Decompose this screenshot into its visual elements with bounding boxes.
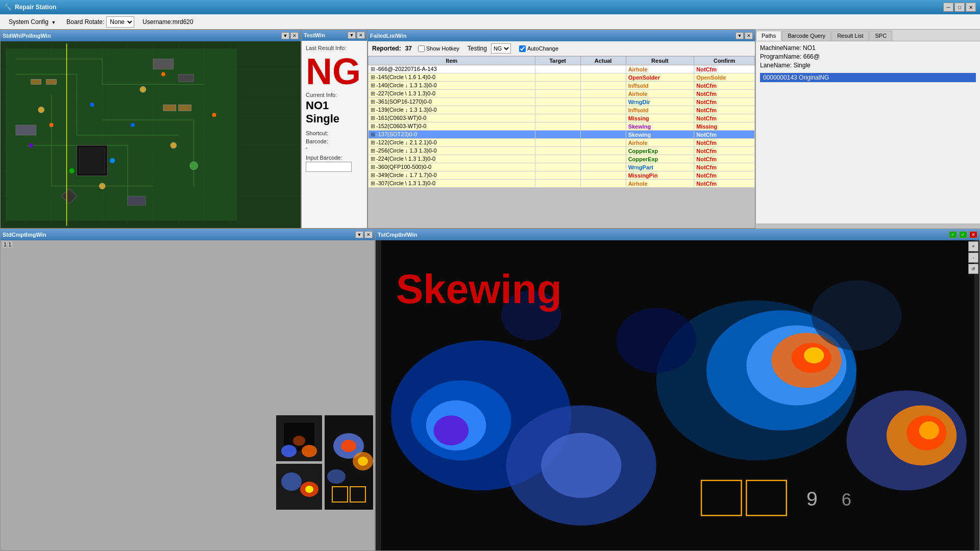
bottom-left-close[interactable]: ✕ (364, 231, 373, 238)
row-confirm: NotCfm (694, 131, 755, 139)
row-target (535, 114, 580, 122)
test-win-minimize[interactable]: ▼ (348, 32, 356, 39)
row-confirm: NotCfm (694, 90, 755, 98)
close-button[interactable]: ✕ (966, 3, 976, 12)
svg-point-29 (50, 123, 54, 127)
pcb-minimize[interactable]: ▼ (281, 32, 289, 39)
show-hotkey-checkbox[interactable] (418, 45, 425, 52)
row-target (535, 65, 580, 73)
side-btn-3[interactable]: ↺ (968, 264, 978, 274)
table-row[interactable]: ⊞-152(C0603-WT)0-0 Skewing Missing (369, 122, 755, 131)
autochange-label[interactable]: AutoChange (519, 45, 558, 52)
current-info-label: Current Info: (306, 92, 363, 98)
row-target (535, 90, 580, 98)
row-confirm: NotCfm (694, 114, 755, 122)
svg-point-76 (919, 421, 939, 439)
row-confirm: NotCfm (694, 163, 755, 171)
row-confirm: NotCfm (694, 171, 755, 180)
row-actual (580, 155, 626, 163)
row-result: CopperExp (626, 155, 694, 163)
test-win-title-bar: TestWin ▼ ✕ (302, 30, 367, 41)
failed-list-minimize[interactable]: ▼ (736, 32, 744, 39)
bottom-left-minimize[interactable]: ▼ (355, 231, 363, 238)
row-actual (580, 131, 626, 139)
svg-point-36 (110, 158, 115, 163)
svg-point-30 (90, 103, 94, 107)
autochange-checkbox[interactable] (519, 45, 526, 52)
test-win-close[interactable]: ✕ (357, 32, 365, 39)
pcb-controls: ▼ ✕ (281, 32, 299, 39)
show-hotkey-text: Show Hotkey (426, 45, 459, 52)
tab-result-list[interactable]: Result List (831, 31, 869, 41)
board-rotate-select[interactable]: None 90 180 270 (106, 16, 134, 28)
svg-point-72 (804, 347, 824, 363)
table-row[interactable]: ⊞-360(QFP100-500)0-0 WrngPart NotCfm (369, 163, 755, 171)
pcb-close[interactable]: ✕ (290, 32, 299, 39)
failed-list-close[interactable]: ✕ (745, 32, 753, 39)
side-btn-2[interactable]: - (968, 253, 978, 263)
svg-point-54 (358, 457, 368, 466)
pcb-image[interactable] (1, 41, 301, 228)
bottom-right-check1[interactable]: ✓ (949, 231, 957, 238)
svg-point-35 (69, 168, 75, 173)
failed-list-title-bar: FailedListWin ▼ ✕ (368, 30, 755, 41)
table-row[interactable]: ⊞-256(Circle ↓ 1.3 1.3)0-0 CopperExp Not… (369, 147, 755, 155)
bottom-right-check2[interactable]: ✓ (959, 231, 967, 238)
failed-table-container[interactable]: Item Target Actual Result Confirm ⊞-666@… (368, 56, 755, 199)
minimize-button[interactable]: ─ (943, 3, 953, 12)
testing-select[interactable]: NG OK (491, 43, 511, 54)
tab-spc[interactable]: SPC (869, 31, 892, 41)
program-name-label: ProgramName: (760, 53, 801, 60)
row-actual (580, 163, 626, 171)
table-row[interactable]: ⊞-140(Circle ↓ 1.3 1.3)0-0 Inffsold NotC… (369, 82, 755, 90)
row-item: ⊞-139(Circle ↓ 1.3 1.3)0-0 (369, 106, 535, 114)
table-row[interactable]: ⊞-145(Circle \ 1.6 1.4)0-0 OpenSolder Op… (369, 73, 755, 82)
maximize-button[interactable]: □ (954, 3, 965, 12)
row-result: Missing (626, 114, 694, 122)
barcode-input[interactable] (306, 162, 352, 172)
thermal-svg: 9 6 (376, 240, 979, 550)
table-row[interactable]: ⊞-224(Circle \ 1.3 1.3)0-0 CopperExp Not… (369, 155, 755, 163)
side-btn-1[interactable]: + (968, 241, 978, 252)
system-config-arrow: ▼ (51, 20, 56, 25)
svg-point-33 (29, 143, 33, 147)
svg-rect-37 (153, 59, 174, 69)
row-target (535, 131, 580, 139)
failed-list-controls: ▼ ✕ (736, 32, 753, 39)
table-row[interactable]: ⊞-666@-20220716-A-143 Airhole NotCfm (369, 65, 755, 73)
bottom-right-x[interactable]: ✕ (969, 231, 977, 238)
row-item: ⊞-137(SOT23)0-0 (369, 131, 535, 139)
table-row[interactable]: ⊞-227(Circle \ 1.3 1.3)0-0 Airhole NotCf… (369, 90, 755, 98)
row-item: ⊞-140(Circle ↓ 1.3 1.3)0-0 (369, 82, 535, 90)
row-actual (580, 73, 626, 82)
result-list-item[interactable]: 0000000143 OriginalNG (760, 73, 976, 82)
col-target: Target (535, 57, 580, 65)
svg-point-52 (341, 440, 356, 452)
program-name-value: 666@ (803, 53, 820, 60)
row-target (535, 139, 580, 147)
tab-paths[interactable]: Paths (756, 31, 781, 41)
table-row[interactable]: ⊞-161(C0603-WT)0-0 Missing NotCfm (369, 114, 755, 122)
app-title: Repair Station (15, 4, 56, 11)
table-row[interactable]: ⊞-122(Circle ↓ 2.1 2.1)0-0 Airhole NotCf… (369, 139, 755, 147)
svg-point-47 (281, 445, 297, 457)
table-row[interactable]: ⊞-349(Circle ↓ 1.7 1.7)0-0 MissingPin No… (369, 171, 755, 180)
row-item: ⊞-145(Circle \ 1.6 1.4)0-0 (369, 73, 535, 82)
test-win-panel: TestWin ▼ ✕ Last Result Info: NG Current… (301, 30, 368, 229)
table-row[interactable]: ⊞-139(Circle ↓ 1.3 1.3)0-0 Inffsold NotC… (369, 106, 755, 114)
row-result: Airhole (626, 180, 694, 188)
svg-point-55 (327, 469, 346, 484)
bottom-left-controls: ▼ ✕ (355, 231, 373, 238)
testing-label: Testing (468, 45, 487, 52)
row-item: ⊞-224(Circle \ 1.3 1.3)0-0 (369, 155, 535, 163)
table-row[interactable]: ⊞-137(SOT23)0-0 Skewing NotCfm (369, 131, 755, 139)
bottom-left-content: 1:1 (1, 240, 375, 550)
table-row[interactable]: ⊞-307(Circle \ 1.3 1.3)0-0 Airhole NotCf… (369, 180, 755, 188)
system-config-menu[interactable]: System Config ▼ (4, 16, 60, 28)
col-confirm: Confirm (694, 57, 755, 65)
table-row[interactable]: ⊞-361(SOP16-1270)0-0 WrngDir NotCfm (369, 98, 755, 106)
show-hotkey-label[interactable]: Show Hotkey (418, 45, 459, 52)
thermal-image-area[interactable]: 9 6 Skewing + (376, 240, 979, 550)
tab-barcode-query[interactable]: Barcode Query (782, 31, 831, 41)
bottom-right-controls: ✓ ✓ ✕ (949, 231, 977, 238)
